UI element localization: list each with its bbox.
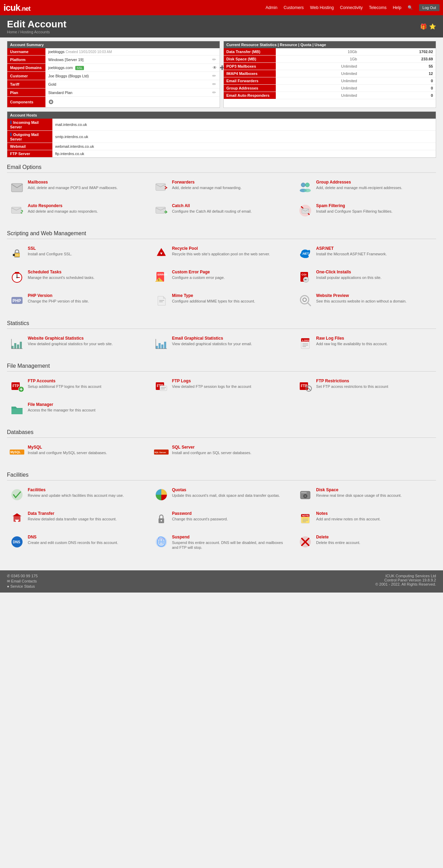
quotas-item[interactable]: Quotas Update this account's mail, disk … <box>151 485 292 505</box>
raw-logs-item[interactable]: LOGS Raw Log Files Add raw log file avai… <box>295 333 436 353</box>
catch-all-item[interactable]: Catch All Configure the Catch All defaul… <box>151 201 292 221</box>
email-stats-icon <box>154 336 169 350</box>
ftp-accounts-item[interactable]: FTP FTP Accounts Setup additional FTP lo… <box>7 376 148 396</box>
website-preview-text: Website Preview See this accounts websit… <box>316 293 406 304</box>
website-stats-desc: View detailed graphical statistics for y… <box>28 341 113 346</box>
ftp-logs-icon: FTP <box>154 378 169 393</box>
group-addresses-item[interactable]: Group Addresses Add, delete and manage m… <box>295 177 436 197</box>
scripting-section: Scripting and Web Management SSL SSL Ins… <box>7 228 436 310</box>
scheduled-tasks-item[interactable]: Scheduled Tasks Manage the account's sch… <box>7 267 148 287</box>
delete-item[interactable]: Delete Delete this entire account. <box>295 532 436 553</box>
account-summary-table: Username joebloggs Created 13/01/2020 10… <box>7 48 220 108</box>
one-click-installs-item[interactable]: CGI One-Click Installs Install popular a… <box>295 267 436 287</box>
recycle-pool-icon <box>154 246 169 261</box>
suspend-item[interactable]: Suspend Suspend this entire account. DNS… <box>151 532 292 553</box>
ftp-restrictions-item[interactable]: FTP FTP Restrictions Set FTP access rest… <box>295 376 436 396</box>
facilities-section: Facilities Facilities Review and update … <box>7 469 436 553</box>
php-version-item[interactable]: PHP PHP Version Change the PHP version o… <box>7 290 148 310</box>
table-row: Platform Windows [Server 19] ✏ <box>7 56 220 64</box>
ssl-item[interactable]: SSL SSL Install and Configure SSL. <box>7 243 148 263</box>
star-icon[interactable]: ⭐ <box>429 23 436 30</box>
customer-edit-icon[interactable]: ✏ <box>212 73 216 78</box>
email-stats-item[interactable]: Email Graphical Statistics View detailed… <box>151 333 292 353</box>
incoming-mail-label: ℹIncoming Mail Server <box>7 119 52 131</box>
nav-web-hosting[interactable]: Web Hosting <box>310 5 334 10</box>
footer-copyright: © 2001 - 2022. All Rights Reserved. <box>375 582 436 586</box>
svg-text:!: ! <box>158 278 159 282</box>
dns-icon: DNS <box>10 535 24 549</box>
spam-filtering-text: Spam Filtering Install and Configure Spa… <box>316 203 392 214</box>
view-icon[interactable]: 👁 <box>213 65 217 70</box>
mailboxes-item[interactable]: Mailboxes Add, delete and manage POP3 an… <box>7 177 148 197</box>
file-manager-item[interactable]: File Manager Access the file manager for… <box>7 399 148 419</box>
forwarders-title: Forwarders <box>172 180 242 185</box>
mime-type-item[interactable]: Mime Type Configure additional MIME type… <box>151 290 292 310</box>
one-click-installs-text: One-Click Installs Install popular appli… <box>316 270 381 280</box>
mime-type-desc: Configure additional MIME types for this… <box>172 299 255 304</box>
asp-net-item[interactable]: .NET ASP.NET Install the Microsoft ASP.N… <box>295 243 436 263</box>
mysql-text: MySQL Install and configure MySQL server… <box>28 445 107 455</box>
logout-button[interactable]: Log Out <box>419 4 440 11</box>
spam-filtering-item[interactable]: Spam Filtering Install and Configure Spa… <box>295 201 436 221</box>
website-stats-title: Website Graphical Statistics <box>28 336 113 341</box>
facilities-item[interactable]: Facilities Review and update which facil… <box>7 485 148 505</box>
nav-help[interactable]: Help <box>393 5 401 10</box>
breadcrumb-home[interactable]: Home <box>7 30 17 34</box>
pop3-label: POP3 Mailboxes <box>224 63 276 70</box>
file-manager-text: File Manager Access the file manager for… <box>28 402 95 412</box>
password-item[interactable]: Password Change this account's password. <box>151 508 292 528</box>
footer-phone[interactable]: ✆ 0345 00 99 175 <box>7 574 38 578</box>
outgoing-mail-label: ℹOutgoing Mail Server <box>7 131 52 143</box>
custom-error-page-item[interactable]: ERROR ! Custom Error Page Configure a cu… <box>151 267 292 287</box>
sub-header: Edit Account Home / Hosting Accounts 🎁 ⭐ <box>0 15 443 37</box>
suspend-desc: Suspend this entire account. DNS will be… <box>172 540 289 550</box>
imap4-usage: 12 <box>360 70 436 77</box>
svg-point-75 <box>305 495 306 497</box>
spam-filtering-desc: Install and Configure Spam Filtering fac… <box>316 209 392 214</box>
nav-customers[interactable]: Customers <box>284 5 304 10</box>
mysql-item[interactable]: MySQL MySQL Install and configure MySQL … <box>7 442 148 462</box>
table-row: Disk Space (MB) 1Gb 233.69 <box>224 56 436 63</box>
nav-admin[interactable]: Admin <box>266 5 278 10</box>
svg-rect-36 <box>17 344 19 349</box>
scheduled-tasks-text: Scheduled Tasks Manage the account's sch… <box>28 270 94 280</box>
footer-email[interactable]: ✉ Email Contacts <box>7 579 38 584</box>
forwarders-item[interactable]: Forwarders Add, delete and manage mail f… <box>151 177 292 197</box>
forwarders-text: Forwarders Add, delete and manage mail f… <box>172 180 242 190</box>
tariff-edit-icon[interactable]: ✏ <box>212 82 216 87</box>
nav-telecoms[interactable]: Telecoms <box>369 5 386 10</box>
username-value: joebloggs Created 13/01/2020 10:03 AM <box>45 48 209 56</box>
sql-server-item[interactable]: SQL Server SQL Server Install and config… <box>151 442 292 462</box>
ftp-logs-item[interactable]: FTP FTP Logs View detailed FTP session l… <box>151 376 292 396</box>
table-row: Customer Joe Bloggs (Bloggs Ltd) ✏ <box>7 72 220 80</box>
data-transfer-item[interactable]: Data Transfer Review detailed data trans… <box>7 508 148 528</box>
svg-point-5 <box>304 189 311 192</box>
gift-icon[interactable]: 🎁 <box>420 23 427 30</box>
mysql-icon: MySQL <box>10 445 24 459</box>
breadcrumb-current[interactable]: Hosting Accounts <box>20 30 50 34</box>
page-title: Edit Account <box>7 19 67 30</box>
auto-responders-item[interactable]: Auto Responders Add delete and manage au… <box>7 201 148 221</box>
disk-space-usage: 233.69 <box>360 56 436 63</box>
dns-item[interactable]: DNS DNS Create and edit custom DNS recor… <box>7 532 148 553</box>
password-text: Password Change this account's password. <box>172 511 228 521</box>
notes-item[interactable]: NOTE Notes Add and review notes on this … <box>295 508 436 528</box>
website-preview-item[interactable]: Website Preview See this accounts websit… <box>295 290 436 310</box>
website-stats-item[interactable]: Website Graphical Statistics View detail… <box>7 333 148 353</box>
ftp-restrictions-icon: FTP <box>298 378 313 393</box>
asp-net-title: ASP.NET <box>316 246 387 251</box>
disk-space-item[interactable]: Disk Space Review real time disk space u… <box>295 485 436 505</box>
svg-rect-40 <box>156 346 158 349</box>
plan-edit-icon[interactable]: ✏ <box>212 90 216 95</box>
group-addresses-quota: Unlimited <box>276 85 360 92</box>
raw-logs-title: Raw Log Files <box>316 336 387 341</box>
facilities-title: Facilities <box>7 469 436 480</box>
table-row: Mapped Domains joebloggs.com SSL 👁 ➕ <box>7 64 220 72</box>
top-navigation: icuk.net Admin Customers Web Hosting Con… <box>0 0 443 15</box>
search-icon[interactable]: 🔍 <box>408 5 413 10</box>
platform-edit-icon[interactable]: ✏ <box>212 57 216 62</box>
footer-status[interactable]: ● Service Status <box>7 584 38 588</box>
data-transfer-quota: 10Gb <box>276 48 360 56</box>
recycle-pool-item[interactable]: Recycle Pool Recycle this web site's app… <box>151 243 292 263</box>
nav-connectivity[interactable]: Connectivity <box>340 5 363 10</box>
